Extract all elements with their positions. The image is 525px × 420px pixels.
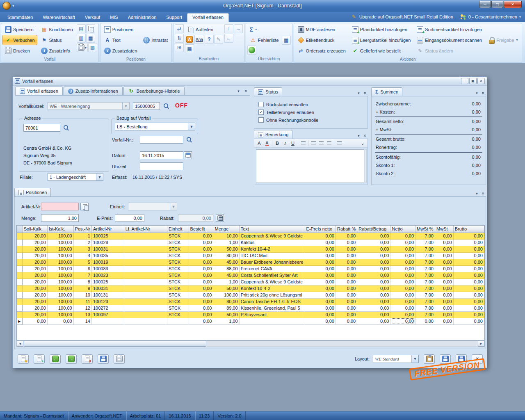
positionen-panel-tab[interactable]: Positionen xyxy=(14,188,51,196)
menu-tab-warenwirtschaft[interactable]: Warenwirtschaft xyxy=(38,13,80,22)
indent-button[interactable] xyxy=(336,140,343,147)
cell[interactable]: 0,00 xyxy=(22,318,47,324)
toolbar-overflow-chevron-icon[interactable]: ⌄ xyxy=(359,140,366,147)
cell[interactable]: 0,00 xyxy=(453,298,484,305)
cell[interactable]: 100,00 xyxy=(47,233,73,239)
cell[interactable]: STCK xyxy=(167,233,189,239)
menge-field[interactable]: 1,00 xyxy=(41,214,79,222)
cell[interactable]: 0,00 xyxy=(390,318,415,324)
company-selector[interactable]: 0 - Gesamtunternehmen▾ xyxy=(460,14,521,20)
cell[interactable]: 0,00 xyxy=(453,252,484,259)
cell[interactable]: 4 xyxy=(73,252,91,259)
vorfallnr-field[interactable] xyxy=(140,136,183,144)
cell[interactable]: 100,00 xyxy=(47,259,73,265)
inner-minimize-button[interactable]: ─ xyxy=(461,78,468,84)
cell[interactable]: 0,00 xyxy=(336,298,357,305)
layout-icon-button[interactable]: ▧ xyxy=(88,43,97,52)
cell[interactable]: 0,00 xyxy=(453,259,484,265)
cell[interactable]: 0,00 xyxy=(357,272,390,278)
save-record-button[interactable] xyxy=(98,354,109,364)
cell[interactable]: 7,00 xyxy=(415,298,435,305)
move-left-button[interactable]: ← xyxy=(224,34,233,43)
cell[interactable] xyxy=(124,285,167,292)
cell[interactable]: 100,00 xyxy=(47,311,73,318)
zusatzinfo-button[interactable]: ZusatzInfo xyxy=(39,46,75,56)
table-row[interactable]: 20,00100,009100031STCK0,0050,00Konfekt 1… xyxy=(17,285,484,292)
cell[interactable]: 88,00 xyxy=(213,265,239,272)
cell[interactable]: Konfekt 10-4-2 xyxy=(239,246,305,252)
cell[interactable]: 0,00 xyxy=(305,292,336,298)
einheit-combo[interactable]: ▼ xyxy=(128,203,177,210)
list-view-icon-button[interactable]: ▤ xyxy=(77,24,86,33)
cell[interactable]: STCK xyxy=(167,246,189,252)
column-header-brutto[interactable]: Brutto xyxy=(453,226,484,233)
cell[interactable]: 0,00 xyxy=(435,278,453,285)
next-record-button[interactable]: → xyxy=(66,354,77,364)
cell[interactable]: 0,00 xyxy=(435,298,453,305)
cell[interactable]: 0,00 xyxy=(390,265,415,272)
cell[interactable]: 0,00 xyxy=(189,239,213,246)
cell[interactable]: 7,00 xyxy=(415,233,435,239)
cell[interactable]: 7,00 xyxy=(415,272,435,278)
cell[interactable]: 0,00 xyxy=(390,233,415,239)
new-record-button[interactable]: ✱ xyxy=(18,354,29,364)
cell[interactable]: 0,00 xyxy=(357,298,390,305)
filiale-combo[interactable]: 1 - Ladengeschäft▼ xyxy=(48,173,103,181)
cell[interactable] xyxy=(124,298,167,305)
cell[interactable]: 0,00 xyxy=(189,298,213,305)
cell[interactable]: 0,00 xyxy=(357,285,390,292)
cell[interactable]: 0,00 xyxy=(305,252,336,259)
cell[interactable]: 0,00 xyxy=(390,305,415,311)
cell[interactable]: 100,00 xyxy=(47,292,73,298)
cell[interactable]: Coppenrath & Wiese 9 Goldstc xyxy=(239,233,305,239)
cell[interactable]: 8 xyxy=(73,278,91,285)
layout-combo[interactable]: WE Standard▼ xyxy=(373,355,419,363)
cell[interactable] xyxy=(124,278,167,285)
cell[interactable]: 7 xyxy=(73,272,91,278)
zusatzdaten-button[interactable]: Zusatzdaten xyxy=(102,46,140,56)
font-color-button[interactable]: A xyxy=(263,140,271,147)
cell[interactable]: 100,00 xyxy=(47,246,73,252)
tab-zusatz-informationen[interactable]: Zusatz-Informationen xyxy=(64,87,123,95)
column-header-mwst[interactable]: MwSt xyxy=(435,226,453,233)
column-header-text[interactable]: Text xyxy=(239,226,305,233)
cell[interactable]: 7,00 xyxy=(415,285,435,292)
cell[interactable]: 7,00 xyxy=(415,259,435,265)
cell[interactable]: 100,00 xyxy=(47,298,73,305)
close-icon[interactable]: ✕ xyxy=(480,191,486,196)
move-up-button[interactable]: ↑ xyxy=(224,24,233,33)
cell[interactable]: Kaktus xyxy=(239,239,305,246)
cell[interactable]: 0,00 xyxy=(357,292,390,298)
cell[interactable]: 0,00 xyxy=(357,265,390,272)
cell[interactable]: 0,00 xyxy=(390,292,415,298)
cell[interactable]: 50,00 xyxy=(213,311,239,318)
vorfallkuerzel-combo[interactable]: WE - Wareneingang▼ xyxy=(48,102,130,110)
column-header-artikel-nr[interactable]: Artikel-Nr xyxy=(91,226,124,233)
cell[interactable]: STCK xyxy=(167,305,189,311)
column-header-netto[interactable]: Netto xyxy=(390,226,415,233)
bemerkung-editor[interactable] xyxy=(256,149,364,183)
artikel-lookup-button[interactable] xyxy=(80,203,89,210)
table-row[interactable]: 20,00100,005100019STCK0,0045,00Bauer Erd… xyxy=(17,259,484,265)
drucken-button[interactable]: Drucken xyxy=(2,46,37,56)
aufteilen-button[interactable]: Aufteilen xyxy=(185,24,223,34)
cell[interactable]: 7,00 xyxy=(415,252,435,259)
paste-layout-button[interactable] xyxy=(424,354,435,364)
row-header[interactable] xyxy=(17,298,22,305)
inner-close-button[interactable]: ✕ xyxy=(477,78,485,84)
cell[interactable]: STCK xyxy=(167,285,189,292)
italic-button[interactable]: I xyxy=(281,140,289,147)
cell[interactable]: 45,00 xyxy=(213,272,239,278)
cell[interactable]: 100,00 xyxy=(213,292,239,298)
table-icon-button[interactable]: ▦ xyxy=(185,44,194,53)
cell[interactable] xyxy=(124,318,167,324)
cell[interactable]: 0,00 xyxy=(189,272,213,278)
cell[interactable]: 0,00 xyxy=(453,246,484,252)
pfandartikel-button[interactable]: Pfandartikel hinzufügen xyxy=(349,24,413,34)
menu-tab-stammdaten[interactable]: Stammdaten xyxy=(2,13,38,22)
vorfall-nummer-field[interactable]: 15000005 xyxy=(133,102,160,110)
cell[interactable]: Canon Tasche EH-17L fr EOS xyxy=(239,298,305,305)
summen-panel-tab[interactable]: ΣSummen xyxy=(371,87,402,96)
cell[interactable]: 100028 xyxy=(91,239,124,246)
split-icon-button[interactable]: ⇅ xyxy=(175,34,184,43)
